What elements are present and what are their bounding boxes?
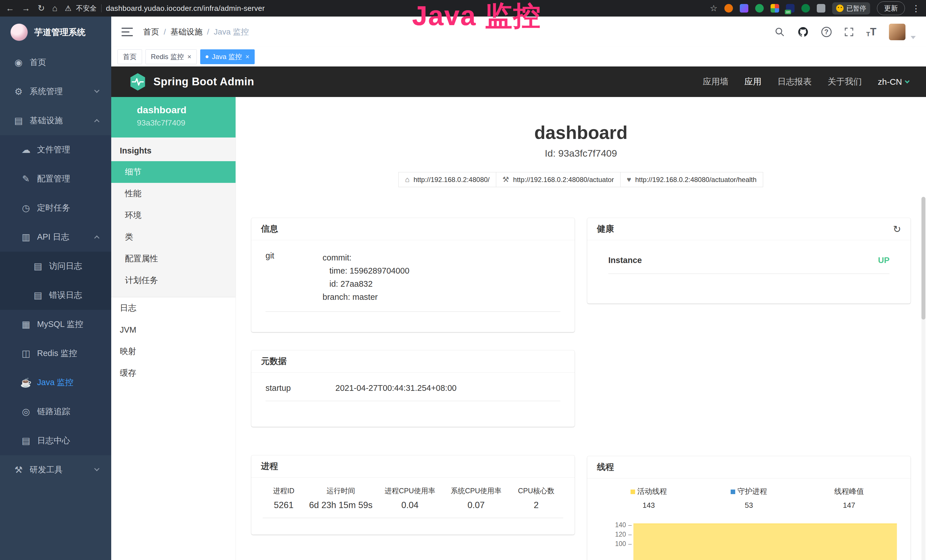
address-bar[interactable]: ⚠ 不安全 dashboard.yudao.iocoder.cn/infra/a… — [65, 4, 265, 13]
sba-menu-config-props[interactable]: 配置属性 — [111, 248, 236, 269]
sba-menu-classes[interactable]: 类 — [111, 226, 236, 248]
sidebar-item-mysql-monitor[interactable]: ▦ MySQL 监控 — [0, 310, 111, 339]
sba-menu-metrics[interactable]: 性能 — [111, 183, 236, 204]
back-icon[interactable]: ← — [6, 4, 14, 12]
metadata-value: 2021-04-27T00:44:31.254+08:00 — [335, 383, 457, 393]
extension-icon-grid[interactable] — [770, 4, 779, 12]
header-actions: ? TT — [775, 24, 916, 40]
breadcrumb-infrastructure[interactable]: 基础设施 — [171, 27, 203, 37]
chevron-down-icon — [94, 466, 99, 471]
annotation-overlay: Java 监控 — [412, 0, 541, 35]
extension-icon-green[interactable] — [755, 4, 764, 12]
sba-menu-caches[interactable]: 缓存 — [111, 362, 236, 384]
service-url-link[interactable]: ⌂ http://192.168.0.2:48080/ — [398, 172, 496, 187]
scrollbar-thumb[interactable] — [921, 197, 925, 319]
dashboard-icon: ◉ — [12, 57, 24, 68]
sidebar-item-link-tracing[interactable]: ◎ 链路追踪 — [0, 397, 111, 426]
sidebar-item-log-center[interactable]: ▤ 日志中心 — [0, 426, 111, 455]
sidebar-toggle-icon[interactable] — [121, 28, 133, 36]
api-log-icon: ▥ — [20, 232, 32, 242]
help-icon[interactable]: ? — [822, 27, 832, 37]
process-pid: 5261 — [263, 500, 305, 510]
instance-header[interactable]: dashboard 93a3fc7f7409 — [111, 97, 236, 138]
process-table-headers: 进程ID 运行时间 进程CPU使用率 系统CPU使用率 CPU核心数 — [263, 486, 563, 495]
extensions-puzzle-icon[interactable] — [817, 4, 825, 12]
sba-nav-wallboard[interactable]: 应用墙 — [703, 76, 728, 88]
bookmark-star-icon[interactable]: ☆ — [710, 4, 717, 12]
sidebar-item-file-management[interactable]: ☁ 文件管理 — [0, 135, 111, 164]
cards-grid: 信息 git commit: time: 1596289704000 id: 2… — [236, 218, 926, 560]
extension-icon-orange[interactable] — [724, 4, 733, 12]
home-icon[interactable]: ⌂ — [52, 4, 57, 12]
sba-nav-applications[interactable]: 应用 — [744, 76, 761, 88]
cloud-icon: ☁ — [20, 144, 32, 155]
sidebar-item-api-logs[interactable]: ▥ API 日志 — [0, 222, 111, 251]
actuator-url-link[interactable]: ⚒ http://192.168.0.2:48080/actuator — [496, 172, 620, 187]
breadcrumb-home[interactable]: 首页 — [143, 27, 159, 37]
health-row-instance[interactable]: Instance UP — [608, 256, 890, 274]
sba-menu-details[interactable]: 细节 — [111, 161, 236, 183]
y-tick-140: 140 — [599, 521, 626, 529]
sidebar-item-redis-monitor[interactable]: ◫ Redis 监控 — [0, 339, 111, 368]
active-dot — [206, 55, 209, 58]
sba-menu-jvm[interactable]: JVM — [111, 319, 236, 341]
chevron-up-icon — [94, 119, 99, 124]
extension-icon-on[interactable]: on — [786, 4, 794, 12]
logo-avatar — [10, 23, 28, 41]
sba-menu-scheduled-tasks[interactable]: 计划任务 — [111, 269, 236, 291]
sba-menu-environment[interactable]: 环境 — [111, 204, 236, 226]
live-threads-value: 143 — [599, 501, 699, 510]
sidebar-item-java-monitor[interactable]: ☕ Java 监控 — [0, 368, 111, 397]
extension-icon-leaf[interactable] — [801, 4, 810, 12]
legend-swatch-blue — [731, 490, 735, 494]
sba-nav-journal[interactable]: 日志报表 — [778, 76, 812, 88]
scrollbar[interactable] — [921, 197, 925, 560]
extension-icon-pin[interactable] — [740, 4, 748, 12]
history-icon[interactable]: ↺ — [893, 223, 901, 235]
sidebar-item-infrastructure[interactable]: ▤ 基础设施 — [0, 106, 111, 135]
threads-chart: 140 120 100 — [599, 521, 899, 560]
avatar-caret-icon[interactable] — [911, 36, 916, 39]
threads-legend-values: 143 53 147 — [599, 501, 899, 510]
breadcrumb-current: Java 监控 — [214, 27, 249, 37]
chrome-update-button[interactable]: 更新 — [877, 2, 905, 15]
forward-icon[interactable]: → — [22, 4, 30, 12]
divider — [101, 4, 101, 12]
sidebar-item-home[interactable]: ◉ 首页 — [0, 48, 111, 77]
metadata-card-header: 元数据 — [251, 350, 575, 372]
sba-menu-loggers[interactable]: 日志 — [111, 297, 236, 319]
tab-java-monitor[interactable]: Java 监控 × — [200, 49, 255, 64]
refresh-icon[interactable]: ↻ — [38, 4, 45, 12]
sba-nav-about[interactable]: 关于我们 — [828, 76, 862, 88]
metadata-key: startup — [265, 383, 335, 393]
fullscreen-icon[interactable] — [844, 27, 854, 37]
sidebar-item-config-management[interactable]: ✎ 配置管理 — [0, 164, 111, 194]
sidebar-item-dev-tools[interactable]: ⚒ 研发工具 — [0, 455, 111, 484]
github-icon[interactable] — [797, 26, 809, 38]
warning-icon: ⚠ — [65, 4, 71, 13]
close-icon[interactable]: × — [245, 53, 249, 60]
security-label[interactable]: 不安全 — [76, 4, 97, 13]
app-logo[interactable]: 芋道管理系统 — [0, 17, 111, 48]
profile-paused-badge[interactable]: 已暂停 — [832, 2, 870, 15]
instance-name: dashboard — [137, 104, 236, 115]
sidebar-item-access-logs[interactable]: ▤ 访问日志 — [0, 251, 111, 281]
close-icon[interactable]: × — [188, 53, 191, 60]
tick-mark — [628, 525, 632, 526]
sba-menu-mappings[interactable]: 映射 — [111, 341, 236, 362]
health-url-link[interactable]: ♥ http://192.168.0.2:48080/actuator/heal… — [620, 172, 763, 187]
locale-select[interactable]: zh-CN — [878, 77, 909, 87]
sidebar-item-error-logs[interactable]: ▤ 错误日志 — [0, 281, 111, 310]
sba-sidebar: dashboard 93a3fc7f7409 Insights 细节 性能 环境… — [111, 97, 236, 560]
tab-redis-monitor[interactable]: Redis 监控 × — [145, 49, 197, 64]
font-size-icon[interactable]: TT — [866, 26, 876, 38]
sba-brand[interactable]: Spring Boot Admin — [130, 73, 254, 91]
search-icon[interactable] — [775, 27, 785, 37]
user-avatar[interactable] — [889, 24, 905, 40]
sidebar-item-scheduled-tasks[interactable]: ◷ 定时任务 — [0, 194, 111, 222]
sidebar-item-system-management[interactable]: ⚙ 系统管理 — [0, 77, 111, 106]
chrome-menu-icon[interactable]: ⋮ — [912, 3, 920, 14]
url-text[interactable]: dashboard.yudao.iocoder.cn/infra/admin-s… — [106, 4, 265, 13]
tab-home[interactable]: 首页 — [118, 49, 142, 64]
health-card-header: 健康 ↺ — [587, 218, 911, 240]
